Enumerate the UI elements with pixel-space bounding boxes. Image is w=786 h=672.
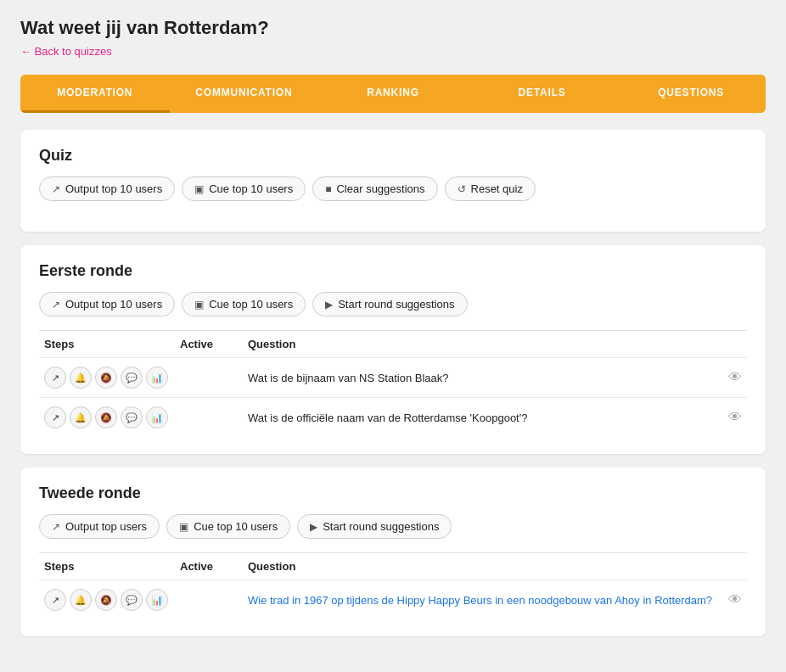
step-icons-group-q3: ↗ 🔔 🔕 💬 📊 [44, 589, 170, 611]
steps-header-r2: Steps [39, 553, 175, 580]
play-icon-r1: ▶ [325, 299, 333, 311]
arrow-up-right-icon-r2: ↗ [52, 521, 60, 533]
step-bell-off-btn-q3[interactable]: 🔕 [95, 589, 117, 611]
cue-top-10-r2-button[interactable]: ▣ Cue top 10 users [166, 514, 290, 539]
reset-quiz-button[interactable]: ↺ Reset quiz [445, 176, 536, 201]
screen-icon: ▣ [194, 183, 204, 195]
question-header-r2: Question [243, 553, 721, 580]
question-header: Question [243, 331, 721, 358]
eerste-ronde-title: Eerste ronde [39, 262, 747, 280]
step-icons-group-q2: ↗ 🔔 🔕 💬 📊 [44, 406, 170, 428]
active-cell-q2 [175, 398, 243, 438]
back-link[interactable]: ← Back to quizzes [20, 45, 112, 58]
tab-communication[interactable]: COMMUNICATION [170, 75, 319, 113]
tab-details[interactable]: DETAILS [468, 75, 617, 113]
step-bell-btn-q3[interactable]: 🔔 [70, 589, 92, 611]
arrow-up-right-icon-r1: ↗ [52, 299, 60, 311]
tab-moderation[interactable]: MODERATION [20, 75, 170, 113]
tab-questions[interactable]: QUESTIONS [616, 75, 766, 113]
play-icon-r2: ▶ [310, 521, 317, 533]
screen-icon-r1: ▣ [194, 299, 204, 311]
eye-cell-q1: 👁 [721, 358, 747, 398]
step-bell-off-btn[interactable]: 🔕 [95, 367, 117, 389]
step-chat-btn-q2[interactable]: 💬 [121, 406, 143, 428]
steps-cell: ↗ 🔔 🔕 💬 📊 [39, 358, 175, 398]
step-bell-btn-q2[interactable]: 🔔 [70, 406, 92, 428]
step-bell-btn[interactable]: 🔔 [70, 367, 92, 389]
output-top-10-quiz-button[interactable]: ↗ Output top 10 users [39, 176, 175, 201]
start-round-r1-button[interactable]: ▶ Start round suggestions [312, 292, 467, 316]
quiz-card-title: Quiz [39, 147, 747, 165]
steps-cell-q2: ↗ 🔔 🔕 💬 📊 [39, 398, 175, 438]
eye-cell-q3: 👁 [721, 580, 747, 620]
quiz-btn-group: ↗ Output top 10 users ▣ Cue top 10 users… [39, 176, 747, 201]
table-row: ↗ 🔔 🔕 💬 📊 Wat is de bijnaam van NS Stati… [39, 358, 747, 398]
active-cell-q1 [175, 358, 243, 398]
tweede-ronde-table: Steps Active Question ↗ 🔔 🔕 💬 📊 [39, 552, 747, 619]
tweede-ronde-card: Tweede ronde ↗ Output top users ▣ Cue to… [20, 468, 766, 636]
quiz-card: Quiz ↗ Output top 10 users ▣ Cue top 10 … [20, 130, 766, 232]
steps-header: Steps [39, 331, 175, 358]
cue-top-10-quiz-button[interactable]: ▣ Cue top 10 users [182, 176, 306, 201]
tabs-bar: MODERATION COMMUNICATION RANKING DETAILS… [20, 75, 766, 113]
reset-icon: ↺ [458, 183, 466, 195]
step-arrow-btn-q3[interactable]: ↗ [44, 589, 66, 611]
step-icons-group: ↗ 🔔 🔕 💬 📊 [44, 367, 170, 389]
output-top-users-r2-button[interactable]: ↗ Output top users [39, 514, 160, 539]
screen-icon-r2: ▣ [179, 521, 188, 533]
stop-icon: ■ [325, 183, 331, 195]
question-text-q2: Wat is de officiële naam van de Rotterda… [243, 398, 721, 438]
step-chart-btn[interactable]: 📊 [146, 367, 168, 389]
tweede-ronde-title: Tweede ronde [39, 484, 747, 502]
eye-icon-q3[interactable]: 👁 [728, 592, 742, 608]
eerste-ronde-btn-group: ↗ Output top 10 users ▣ Cue top 10 users… [39, 292, 747, 316]
step-arrow-btn-q2[interactable]: ↗ [44, 406, 66, 428]
step-chart-btn-q2[interactable]: 📊 [146, 406, 168, 428]
step-chat-btn-q3[interactable]: 💬 [121, 589, 143, 611]
active-cell-q3 [175, 580, 243, 620]
start-round-r2-button[interactable]: ▶ Start round suggestions [297, 514, 452, 539]
table-row: ↗ 🔔 🔕 💬 📊 Wat is de officiële naam van d… [39, 398, 747, 438]
question-text-q3: Wie trad in 1967 op tijdens de Hippy Hap… [243, 580, 721, 620]
eye-cell-q2: 👁 [721, 398, 747, 438]
active-header-r2: Active [175, 553, 243, 580]
step-chat-btn[interactable]: 💬 [121, 367, 143, 389]
eerste-ronde-table: Steps Active Question ↗ 🔔 🔕 💬 📊 [39, 330, 747, 437]
clear-suggestions-quiz-button[interactable]: ■ Clear suggestions [312, 176, 437, 201]
step-chart-btn-q3[interactable]: 📊 [146, 589, 168, 611]
tweede-ronde-btn-group: ↗ Output top users ▣ Cue top 10 users ▶ … [39, 514, 747, 539]
eye-icon-q2[interactable]: 👁 [728, 410, 742, 425]
active-header: Active [175, 331, 243, 358]
arrow-up-right-icon: ↗ [52, 183, 60, 195]
output-top-10-r1-button[interactable]: ↗ Output top 10 users [39, 292, 175, 316]
cue-top-10-r1-button[interactable]: ▣ Cue top 10 users [182, 292, 306, 316]
page-title: Wat weet jij van Rotterdam? [20, 17, 766, 39]
eerste-ronde-card: Eerste ronde ↗ Output top 10 users ▣ Cue… [20, 245, 766, 454]
tab-ranking[interactable]: RANKING [318, 75, 468, 113]
step-arrow-btn[interactable]: ↗ [44, 367, 66, 389]
eye-icon-q1[interactable]: 👁 [728, 370, 742, 385]
table-row: ↗ 🔔 🔕 💬 📊 Wie trad in 1967 op tijdens de… [39, 580, 747, 620]
question-text-q1: Wat is de bijnaam van NS Station Blaak? [243, 358, 721, 398]
steps-cell-q3: ↗ 🔔 🔕 💬 📊 [39, 580, 175, 620]
step-bell-off-btn-q2[interactable]: 🔕 [95, 406, 117, 428]
